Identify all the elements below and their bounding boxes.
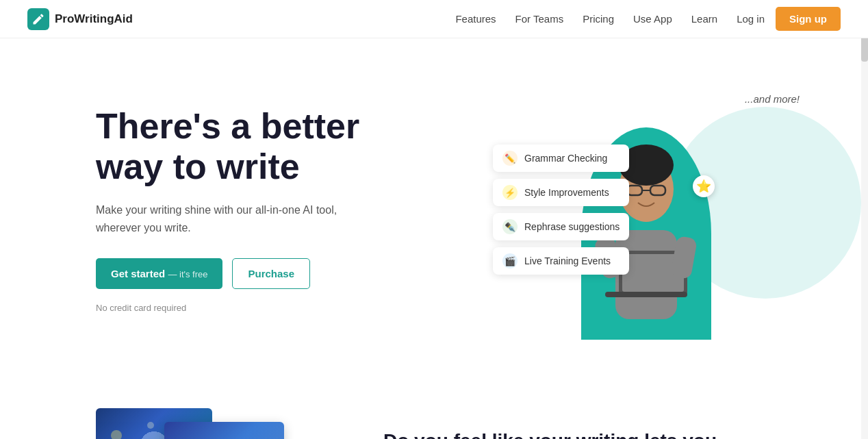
painting-foreground: My idea in my head bbox=[164, 422, 284, 439]
bubble-rephrase: ✒️ Rephrase suggestions bbox=[493, 213, 629, 240]
logo-svg bbox=[31, 12, 45, 26]
feature-bubbles: ✏️ Grammar Checking ⚡ Style Improvements… bbox=[493, 145, 629, 275]
nav-actions: Log in Sign up bbox=[737, 7, 841, 31]
hero-left: There's a better way to write Make your … bbox=[96, 106, 452, 314]
bubble-grammar: ✏️ Grammar Checking bbox=[493, 145, 629, 172]
nav-use-app[interactable]: Use App bbox=[633, 13, 672, 25]
navbar: ProWritingAid Features For Teams Pricing… bbox=[0, 0, 868, 38]
svg-point-11 bbox=[111, 430, 122, 439]
logo-icon bbox=[27, 8, 49, 30]
section2-title: Do you feel like your writing lets you d… bbox=[383, 429, 772, 439]
painting-front-svg bbox=[164, 422, 284, 439]
hero-buttons: Get started — it's free Purchase bbox=[96, 258, 452, 289]
nav-links: Features For Teams Pricing Use App Learn bbox=[455, 13, 717, 25]
rephrase-icon: ✒️ bbox=[502, 219, 518, 234]
hero-title: There's a better way to write bbox=[96, 106, 452, 188]
hero-section: There's a better way to write Make your … bbox=[0, 38, 868, 367]
login-button[interactable]: Log in bbox=[737, 13, 765, 25]
signup-button[interactable]: Sign up bbox=[776, 7, 841, 31]
hero-subtitle: Make your writing shine with our all-in-… bbox=[96, 201, 370, 236]
nav-learn[interactable]: Learn bbox=[691, 13, 717, 25]
svg-point-12 bbox=[147, 422, 154, 429]
svg-rect-10 bbox=[605, 292, 687, 297]
brand-name: ProWritingAid bbox=[55, 12, 133, 26]
painting-stack: My idea in my head bbox=[96, 408, 329, 439]
star-badge: ⭐ bbox=[693, 175, 715, 197]
bubble-style: ⚡ Style Improvements bbox=[493, 179, 629, 206]
and-more-label: ...and more! bbox=[745, 93, 800, 105]
section2-left: My idea in my head bbox=[96, 408, 329, 439]
nav-for-teams[interactable]: For Teams bbox=[515, 13, 564, 25]
section2-right: Do you feel like your writing lets you d… bbox=[383, 408, 772, 439]
hero-right: ✏️ Grammar Checking ⚡ Style Improvements… bbox=[452, 79, 841, 340]
scrollbar[interactable] bbox=[861, 0, 868, 439]
grammar-icon: ✏️ bbox=[502, 151, 518, 166]
style-icon: ⚡ bbox=[502, 185, 518, 200]
bubble-live: 🎬 Live Training Events bbox=[493, 247, 629, 275]
purchase-button[interactable]: Purchase bbox=[232, 258, 310, 289]
section2: My idea in my head Do you feel like your… bbox=[0, 367, 868, 439]
nav-features[interactable]: Features bbox=[455, 13, 496, 25]
get-started-button[interactable]: Get started — it's free bbox=[96, 258, 222, 289]
live-icon: 🎬 bbox=[502, 253, 518, 268]
logo-link[interactable]: ProWritingAid bbox=[27, 8, 133, 30]
no-credit-card-text: No credit card required bbox=[96, 303, 452, 313]
nav-pricing[interactable]: Pricing bbox=[583, 13, 614, 25]
